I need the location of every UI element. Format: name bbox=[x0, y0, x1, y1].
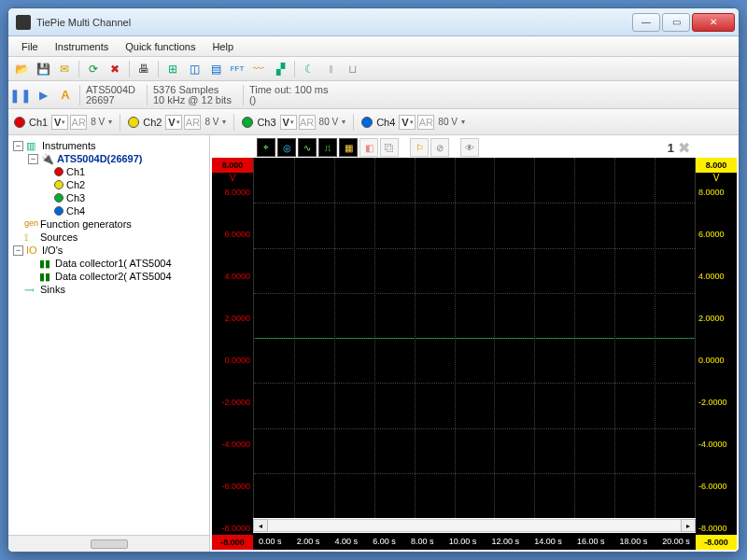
fft-icon[interactable]: FFT bbox=[228, 60, 247, 78]
chevron-down-icon[interactable]: ▾ bbox=[461, 118, 465, 126]
scroll-left-icon[interactable]: ◂ bbox=[253, 519, 268, 532]
eraser-icon[interactable]: ◧ bbox=[359, 138, 378, 157]
timeout-info[interactable]: Time out: 100 ms () bbox=[243, 85, 334, 105]
tree-ch2[interactable]: Ch2 bbox=[66, 179, 85, 190]
minimize-button[interactable]: — bbox=[632, 13, 660, 32]
y-axis-right[interactable]: 8.000 V 8.00006.00004.00002.00000.0000-2… bbox=[696, 158, 737, 550]
y-axis-left[interactable]: 8.000 V 8.00006.00004.00002.00000.0000-2… bbox=[212, 158, 253, 550]
separator bbox=[78, 61, 79, 77]
ch4-coupling[interactable]: V▾ bbox=[399, 115, 416, 130]
tree-fgen[interactable]: Function generators bbox=[40, 218, 132, 230]
wave-tool-icon[interactable]: ∿ bbox=[298, 138, 317, 157]
x-tick: 10.00 s bbox=[449, 537, 477, 546]
device-serial: 26697 bbox=[86, 95, 135, 105]
graph-count: 1 bbox=[668, 141, 674, 155]
wave-icon[interactable]: 〰 bbox=[249, 60, 268, 78]
chevron-down-icon[interactable]: ▾ bbox=[222, 118, 226, 126]
ch1-coupling[interactable]: V▾ bbox=[51, 115, 68, 130]
grid-tool-icon[interactable]: ▦ bbox=[339, 138, 358, 157]
expander-icon[interactable]: − bbox=[28, 154, 38, 164]
refresh-icon[interactable]: ⟳ bbox=[84, 60, 103, 78]
ch3-range[interactable]: 80 V bbox=[317, 117, 341, 127]
expander-icon[interactable]: − bbox=[13, 245, 23, 256]
mail-icon[interactable]: ✉ bbox=[55, 60, 74, 78]
menu-help[interactable]: Help bbox=[204, 39, 241, 54]
y-tick: 4.0000 bbox=[215, 272, 250, 281]
sample-info[interactable]: 5376 Samples 10 kHz @ 12 bits bbox=[147, 85, 237, 105]
tree-ch1[interactable]: Ch1 bbox=[66, 166, 85, 177]
y-tick: 6.0000 bbox=[215, 230, 250, 239]
plot-canvas[interactable] bbox=[253, 158, 696, 518]
close-button[interactable]: ✕ bbox=[692, 13, 735, 32]
tree-sinks[interactable]: Sinks bbox=[40, 284, 65, 295]
scale-icon[interactable]: ⊔ bbox=[343, 60, 361, 78]
tree-instruments[interactable]: Instruments bbox=[42, 140, 95, 151]
separator bbox=[158, 61, 159, 77]
tree-ch3[interactable]: Ch3 bbox=[66, 192, 85, 203]
separator bbox=[294, 61, 295, 77]
x-axis[interactable]: 0.00 s2.00 s4.00 s6.00 s8.00 s10.00 s12.… bbox=[253, 533, 696, 550]
ch4-bullet-icon[interactable] bbox=[361, 117, 373, 128]
ch2-label[interactable]: Ch2 bbox=[141, 117, 163, 128]
cursor-icon[interactable]: ⌖ bbox=[257, 138, 275, 157]
tree-content[interactable]: −▥Instruments −🔌ATS5004D(26697) Ch1 Ch2 … bbox=[8, 135, 209, 535]
ch1-range[interactable]: 8 V bbox=[89, 117, 106, 127]
delete-icon[interactable]: ✖ bbox=[106, 60, 124, 78]
tree-sources[interactable]: Sources bbox=[40, 231, 78, 243]
h-scrollbar[interactable]: ◂ ▸ bbox=[253, 518, 696, 533]
ch3-bullet-icon[interactable] bbox=[242, 117, 253, 128]
ch3-coupling[interactable]: V▾ bbox=[280, 115, 297, 130]
pulse-tool-icon[interactable]: ⎍ bbox=[318, 138, 337, 157]
ch4-ar[interactable]: AR bbox=[417, 115, 434, 130]
ch1-label[interactable]: Ch1 bbox=[27, 117, 49, 128]
chevron-down-icon[interactable]: ▾ bbox=[342, 118, 345, 126]
copy-icon[interactable]: ⿻ bbox=[380, 138, 399, 157]
ch2-bullet-icon[interactable] bbox=[128, 117, 139, 128]
menu-quick-functions[interactable]: Quick functions bbox=[118, 39, 203, 54]
moon-icon[interactable]: ☾ bbox=[300, 60, 318, 78]
meter-icon[interactable]: ◫ bbox=[185, 60, 204, 78]
chart-icon[interactable]: ▞ bbox=[271, 60, 289, 78]
play-icon[interactable]: ▶ bbox=[35, 87, 51, 104]
sample-count: 5376 Samples bbox=[153, 85, 232, 95]
tree-ios[interactable]: I/O's bbox=[42, 245, 63, 256]
open-icon[interactable]: 📂 bbox=[12, 60, 31, 78]
tree-h-scrollbar[interactable] bbox=[8, 535, 209, 552]
ch4-range[interactable]: 80 V bbox=[436, 117, 459, 127]
titlebar[interactable]: TiePie Multi Channel — ▭ ✕ bbox=[8, 8, 739, 36]
menu-file[interactable]: File bbox=[14, 39, 46, 54]
tree-ch4[interactable]: Ch4 bbox=[66, 205, 85, 217]
ch2-coupling[interactable]: V▾ bbox=[165, 115, 182, 130]
bars-icon[interactable]: ⦀ bbox=[321, 60, 340, 78]
save-icon[interactable]: 💾 bbox=[34, 60, 52, 78]
expander-icon[interactable]: − bbox=[13, 141, 23, 151]
auto-icon[interactable]: A bbox=[57, 87, 74, 104]
tree-device[interactable]: ATS5004D(26697) bbox=[57, 153, 143, 164]
maximize-button[interactable]: ▭ bbox=[662, 13, 690, 32]
zoom-icon[interactable]: ◎ bbox=[277, 138, 296, 157]
ch4-label[interactable]: Ch4 bbox=[374, 117, 397, 128]
tree-dc1[interactable]: Data collector1( ATS5004 bbox=[55, 258, 172, 269]
add-graph-icon[interactable]: ⊞ bbox=[163, 60, 182, 78]
ch2-bullet-icon bbox=[54, 180, 63, 189]
eye-icon[interactable]: 👁 bbox=[460, 138, 479, 157]
menu-instruments[interactable]: Instruments bbox=[48, 39, 116, 54]
close-graph-icon[interactable]: ✖ bbox=[678, 139, 690, 157]
flag-icon[interactable]: ⚐ bbox=[410, 138, 429, 157]
ch2-range[interactable]: 8 V bbox=[203, 117, 220, 127]
y-tick: -8.0000 bbox=[215, 524, 250, 533]
table-icon[interactable]: ▤ bbox=[206, 60, 225, 78]
y-tick: -4.0000 bbox=[698, 440, 734, 449]
ch1-bullet-icon[interactable] bbox=[14, 117, 25, 128]
ch3-ar[interactable]: AR bbox=[299, 115, 316, 130]
pause-icon[interactable]: ❚❚ bbox=[12, 87, 29, 104]
clear-flag-icon[interactable]: ⊘ bbox=[430, 138, 449, 157]
ch2-ar[interactable]: AR bbox=[184, 115, 201, 130]
tree-dc2[interactable]: Data collector2( ATS5004 bbox=[55, 271, 172, 282]
ch3-label[interactable]: Ch3 bbox=[255, 117, 277, 128]
print-icon[interactable]: 🖶 bbox=[134, 60, 153, 78]
y-unit-left: V bbox=[212, 173, 253, 186]
chevron-down-icon[interactable]: ▾ bbox=[108, 118, 112, 126]
ch1-ar[interactable]: AR bbox=[70, 115, 87, 130]
scroll-right-icon[interactable]: ▸ bbox=[681, 519, 696, 532]
